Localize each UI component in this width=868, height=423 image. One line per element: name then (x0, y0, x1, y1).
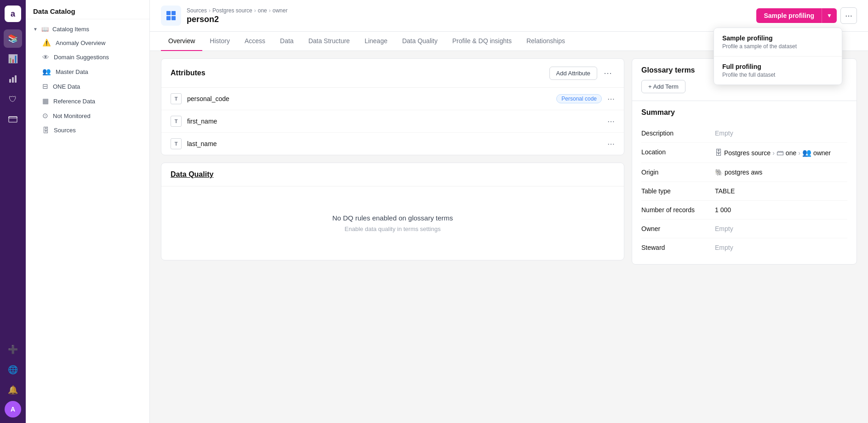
summary-label-location: Location (641, 148, 715, 157)
dropdown-item-sub-sample: Profile a sample of the dataset (722, 43, 834, 50)
tab-history[interactable]: History (202, 32, 237, 51)
tab-data-quality[interactable]: Data Quality (395, 32, 445, 51)
sidebar-item-domain-suggestions[interactable]: 👁 Domain Suggestions (26, 50, 149, 64)
breadcrumb-sources[interactable]: Sources (187, 7, 207, 14)
dropdown-item-title-sample: Sample profiling (722, 34, 834, 42)
sample-profiling-chevron-button[interactable]: ▼ (822, 8, 837, 23)
app-logo[interactable]: a (5, 6, 21, 22)
dropdown-item-sample[interactable]: Sample profiling Profile a sample of the… (714, 28, 842, 56)
sidebar-item-anomaly-overview[interactable]: ⚠️ Anomaly Overview (26, 35, 149, 50)
attributes-title: Attributes (171, 69, 206, 77)
add-attribute-button[interactable]: Add Attribute (549, 67, 597, 80)
summary-value-origin: 🐘 postgres aws (715, 169, 847, 176)
attr-more-button-personal-code[interactable]: ⋯ (607, 95, 615, 103)
summary-row-table-type: Table type TABLE (641, 182, 847, 201)
location-sep-2: › (798, 149, 800, 157)
location-table: owner (813, 149, 831, 157)
sidebar-item-label: Not Monitored (53, 113, 91, 119)
breadcrumb-one[interactable]: one (258, 7, 267, 14)
catalog-items-group[interactable]: ▼ 📖 Catalog Items (26, 23, 149, 35)
add-term-button[interactable]: + Add Term (641, 80, 685, 93)
page-title: person2 (187, 15, 287, 24)
attr-more-button-last-name[interactable]: ⋯ (607, 140, 615, 148)
summary-row-location: Location 🗄 Postgres source › 🗃 one › 👥 o… (641, 143, 847, 163)
summary-value-description: Empty (715, 130, 847, 137)
svg-rect-0 (9, 79, 11, 83)
sidebar-item-reference-data[interactable]: ▦ Reference Data (26, 94, 149, 108)
svg-rect-1 (12, 77, 14, 83)
summary-value-table-type: TABLE (715, 187, 847, 195)
attributes-card: Attributes Add Attribute ⋯ T personal_co… (161, 58, 624, 155)
dropdown-item-full[interactable]: Full profiling Profile the full dataset (714, 56, 842, 85)
sidebar-item-one-data[interactable]: ⊟ ONE Data (26, 79, 149, 94)
summary-label-description: Description (641, 130, 715, 137)
breadcrumb: Sources › Postgres source › one › owner (187, 7, 287, 14)
origin-icon: 🐘 (715, 169, 723, 176)
nav-icon-bell[interactable]: 🔔 (4, 381, 22, 399)
attr-more-button-first-name[interactable]: ⋯ (607, 117, 615, 126)
user-avatar[interactable]: A (5, 401, 21, 417)
sidebar-item-sources[interactable]: 🗄 Sources (26, 123, 149, 137)
tab-data-structure[interactable]: Data Structure (301, 32, 357, 51)
nav-icon-database[interactable] (4, 110, 22, 129)
dq-header: Data Quality (161, 163, 624, 186)
svg-rect-4 (9, 117, 17, 122)
tab-data[interactable]: Data (273, 32, 301, 51)
nav-icon-shield[interactable]: 🛡 (4, 90, 22, 108)
sidebar-item-label: ONE Data (53, 83, 80, 90)
attributes-more-button[interactable]: ⋯ (601, 66, 615, 80)
summary-label-steward: Steward (641, 244, 715, 251)
nav-icon-globe[interactable]: 🌐 (4, 361, 22, 379)
svg-rect-2 (15, 75, 17, 83)
summary-label-owner: Owner (641, 225, 715, 232)
arrow-down-icon: ▼ (33, 27, 38, 32)
right-panel: Glossary terms + Add Term Summary Descri… (632, 58, 857, 265)
tab-relationships[interactable]: Relationships (519, 32, 572, 51)
tab-overview[interactable]: Overview (161, 32, 202, 51)
nav-icon-book[interactable]: 📚 (4, 29, 22, 48)
catalog-items-label: Catalog Items (52, 26, 89, 33)
breadcrumb-postgres[interactable]: Postgres source (212, 7, 252, 14)
svg-rect-5 (166, 11, 171, 15)
summary-row-description: Description Empty (641, 124, 847, 143)
attributes-header: Attributes Add Attribute ⋯ (161, 59, 624, 88)
attr-type-icon-first-name: T (171, 116, 182, 127)
dropdown-item-title-full: Full profiling (722, 63, 834, 70)
summary-row-owner: Owner Empty (641, 220, 847, 238)
sample-profiling-button[interactable]: Sample profiling (756, 8, 822, 23)
top-header: Sources › Postgres source › one › owner … (150, 0, 868, 32)
tab-lineage[interactable]: Lineage (357, 32, 395, 51)
dq-title[interactable]: Data Quality (171, 170, 213, 178)
attr-badge-personal-code: Personal code (556, 94, 602, 103)
svg-rect-7 (166, 16, 171, 20)
attr-type-icon-last-name: T (171, 138, 182, 149)
sidebar-item-label: Domain Suggestions (54, 54, 109, 61)
summary-row-steward: Steward Empty (641, 238, 847, 257)
summary-label-table-type: Table type (641, 187, 715, 195)
breadcrumb-owner[interactable]: owner (273, 7, 288, 14)
sidebar-section: ▼ 📖 Catalog Items ⚠️ Anomaly Overview 👁 … (26, 19, 149, 141)
sidebar-item-not-monitored[interactable]: ⊙ Not Monitored (26, 108, 149, 123)
table-icon: 👥 (802, 148, 811, 157)
more-actions-button[interactable]: ⋯ (840, 7, 857, 24)
header-actions: Sample profiling ▼ ⋯ (756, 7, 857, 24)
breadcrumb-area: Sources › Postgres source › one › owner … (161, 6, 287, 26)
tab-profile-dq[interactable]: Profile & DQ insights (445, 32, 519, 51)
sidebar-title: Data Catalog (26, 0, 149, 19)
svg-rect-8 (171, 16, 176, 20)
nav-icon-plus[interactable]: ➕ (4, 340, 22, 359)
summary-value-records: 1 000 (715, 206, 847, 214)
summary-title: Summary (641, 108, 847, 117)
sources-icon: 🗄 (42, 126, 49, 134)
content-right: Glossary terms + Add Term Summary Descri… (632, 58, 857, 416)
attribute-row: T first_name ⋯ (161, 110, 624, 133)
nav-icon-chart[interactable]: 📊 (4, 50, 22, 68)
sidebar-item-master-data[interactable]: 👥 Master Data (26, 64, 149, 79)
warning-icon: ⚠️ (42, 39, 51, 47)
tab-access[interactable]: Access (237, 32, 273, 51)
location-source: Postgres source (724, 149, 771, 157)
nav-icon-analytics[interactable] (4, 70, 22, 88)
location-schema: one (786, 149, 796, 157)
summary-label-origin: Origin (641, 169, 715, 176)
dropdown-item-sub-full: Profile the full dataset (722, 72, 834, 78)
